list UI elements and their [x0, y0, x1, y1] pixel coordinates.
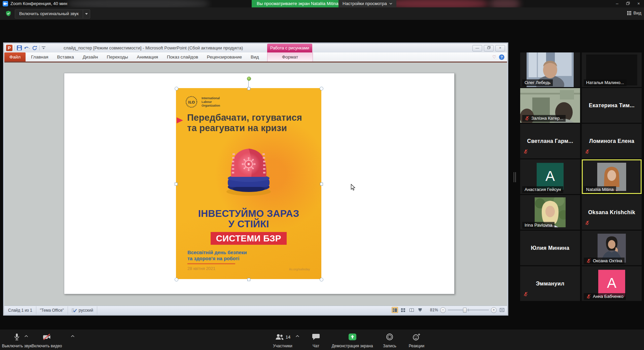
reactions-icon: [412, 333, 421, 341]
participant-tile-10[interactable]: Юлия Минина: [520, 231, 580, 265]
poster-image[interactable]: ILO International Labour Organization Пе…: [176, 88, 321, 279]
participant-tile-9[interactable]: Oksana Krishchik: [582, 195, 642, 230]
resize-handle-bottom[interactable]: [247, 278, 250, 281]
ppt-tab-6[interactable]: Показ слайдов: [163, 52, 203, 62]
participant-tile-12[interactable]: Эммануил: [520, 266, 580, 301]
ppt-window-controls: — ×: [472, 45, 505, 51]
participants-count: 14: [286, 335, 290, 340]
participant-tile-2[interactable]: Залізна Катер...: [520, 88, 580, 123]
help-icon[interactable]: ?: [499, 54, 504, 60]
zoom-out-button[interactable]: −: [440, 307, 446, 313]
participant-name-label: Наталья Малино...: [584, 79, 627, 86]
slideshow-view-button[interactable]: [417, 307, 423, 313]
original-sound-label: Включить оригинальный звук: [15, 10, 83, 18]
participant-name: Екатерина Тим...: [582, 88, 642, 123]
close-button[interactable]: ×: [633, 0, 644, 7]
reading-view-button[interactable]: [408, 307, 415, 313]
participant-name-label: Анна Бабченко: [584, 293, 626, 300]
theme-name[interactable]: "Тема Office": [36, 306, 68, 314]
zoom-level[interactable]: 81%: [430, 308, 438, 312]
ppt-restore-button[interactable]: [484, 45, 494, 51]
zoom-subbar: Включить оригинальный звук Вид: [0, 7, 644, 20]
original-sound-dropdown[interactable]: [83, 10, 90, 18]
poster-event-underline: [187, 263, 235, 264]
ppt-titlebar[interactable]: P слайд_постер [Режим совместимости] - M…: [4, 44, 507, 53]
maximize-button[interactable]: [622, 0, 633, 7]
rotation-handle[interactable]: [247, 77, 251, 81]
participant-tile-4[interactable]: Светлана Гарм...: [520, 124, 580, 158]
heart-icon[interactable]: ♡: [492, 54, 496, 60]
background-blur: [490, 0, 520, 7]
normal-view-button[interactable]: [392, 307, 398, 313]
participant-tile-0[interactable]: Олег Лебедь: [520, 52, 580, 87]
participant-tile-6[interactable]: AАнастасия Гейсун: [520, 159, 580, 194]
status-right-controls: 81% − +: [392, 306, 505, 314]
resize-handle-top-right[interactable]: [320, 87, 323, 90]
save-icon[interactable]: [17, 45, 22, 50]
participant-tile-5[interactable]: Ломинога Елена: [582, 124, 642, 158]
reactions-label: Реакции: [409, 344, 424, 348]
resize-handle-bottom-left[interactable]: [175, 278, 178, 281]
panel-resize-handle[interactable]: [514, 172, 516, 182]
ppt-tab-4[interactable]: Переходы: [102, 52, 132, 62]
ppt-ribbon-tabs: ФайлГлавнаяВставкаДизайнПереходыАнимация…: [4, 52, 507, 62]
security-shield-icon: [5, 10, 11, 16]
zoom-slider-thumb[interactable]: [463, 308, 467, 313]
grid-view-icon: [627, 11, 631, 15]
spellcheck-status[interactable]: русский: [68, 306, 97, 314]
slide-canvas[interactable]: ILO International Labour Organization Пе…: [64, 73, 455, 294]
participant-avatar: A: [598, 270, 625, 297]
share-screen-icon: [348, 333, 357, 341]
ppt-minimize-button[interactable]: —: [472, 45, 482, 51]
language-label: русский: [79, 306, 93, 314]
resize-handle-top-left[interactable]: [175, 87, 178, 90]
undo-icon[interactable]: [24, 46, 30, 50]
ppt-tab-8[interactable]: Вид: [246, 52, 263, 62]
participant-tile-11[interactable]: Оксана Охтіна: [582, 231, 642, 265]
ribbon-help-area: ♡ ?: [492, 52, 504, 62]
participant-tile-8[interactable]: Irina Pavlovna: [520, 195, 580, 230]
poster-event-date: 28 квітня 2021: [187, 266, 215, 271]
resize-handle-left[interactable]: [175, 183, 178, 186]
participant-tile-7[interactable]: Nataliia Mitina: [582, 159, 642, 194]
ppt-tab-3[interactable]: Дизайн: [78, 52, 102, 62]
zoom-in-button[interactable]: +: [491, 307, 497, 313]
participants-gallery: Олег ЛебедьНаталья Малино...Залізна Кате…: [520, 52, 642, 301]
redo-icon[interactable]: [32, 45, 37, 50]
ppt-tab-1[interactable]: Главная: [27, 52, 52, 62]
ppt-tab-5[interactable]: Анимация: [133, 52, 163, 62]
video-options-chevron[interactable]: [71, 335, 75, 338]
view-settings-button[interactable]: Настройки просмотра: [338, 0, 396, 7]
reactions-button[interactable]: Реакции: [395, 333, 438, 348]
participant-name-label: Nataliia Mitina: [584, 186, 616, 193]
ppt-tab-0[interactable]: Файл: [4, 52, 26, 62]
slide-editing-area[interactable]: ILO International Labour Organization Пе…: [4, 63, 507, 306]
customize-toolbar-icon[interactable]: [42, 46, 45, 50]
participants-label: Участники: [273, 344, 292, 348]
zoom-slider[interactable]: [448, 310, 489, 310]
minimize-button[interactable]: –: [612, 0, 622, 7]
ppt-tab-2[interactable]: Вставка: [53, 52, 78, 62]
original-sound-button[interactable]: Включить оригинальный звук: [15, 9, 90, 18]
viewing-screen-banner: Вы просматриваете экран Nataliia Mitina: [252, 0, 344, 7]
ppt-tab-format[interactable]: Формат: [267, 52, 313, 62]
start-video-button[interactable]: Включить видео: [25, 333, 69, 348]
view-label: Вид: [633, 10, 641, 15]
ppt-close-button[interactable]: ×: [495, 45, 505, 51]
zoom-meeting-window: Zoom Конференция, 40 мин Вы просматривае…: [0, 0, 644, 350]
ppt-statusbar: Слайд 1 из 1 "Тема Office" русский: [4, 306, 507, 314]
poster-event-text: Всесвітній день безпеки та здоров'я на р…: [187, 249, 247, 262]
fit-to-window-button[interactable]: [499, 307, 505, 313]
ppt-tab-7[interactable]: Рецензирование: [203, 52, 246, 62]
resize-handle-right[interactable]: [320, 183, 323, 186]
powerpoint-app-icon[interactable]: P: [6, 45, 12, 51]
resize-handle-top[interactable]: [247, 87, 250, 90]
participant-name-label: Irina Pavlovna: [522, 222, 554, 229]
participant-tile-3[interactable]: Екатерина Тим...: [582, 88, 642, 123]
participant-name: Юлия Минина: [520, 231, 580, 265]
participant-tile-1[interactable]: Наталья Малино...: [582, 52, 642, 87]
slide-sorter-view-button[interactable]: [400, 307, 406, 313]
participant-tile-13[interactable]: AАнна Бабченко: [582, 266, 642, 301]
resize-handle-bottom-right[interactable]: [320, 278, 323, 281]
view-button[interactable]: Вид: [627, 10, 641, 15]
